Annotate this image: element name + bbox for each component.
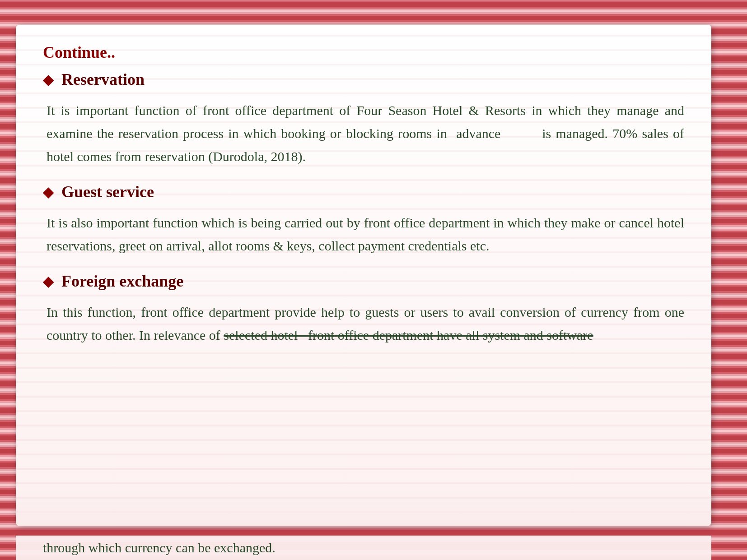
- bottom-continuation-text: through which currency can be exchanged.: [16, 536, 711, 560]
- strikethrough-text: selected hotel front office department h…: [224, 328, 593, 342]
- foreign-exchange-text: In this function, front office departmen…: [47, 301, 684, 347]
- diamond-icon-foreign-exchange: ◆: [43, 273, 53, 289]
- foreign-exchange-heading: ◆ Foreign exchange: [43, 272, 684, 291]
- guest-service-text: It is also important function which is b…: [47, 211, 684, 257]
- diamond-icon-guest-service: ◆: [43, 184, 53, 200]
- reservation-text: It is important function of front office…: [47, 99, 684, 168]
- page-title: Continue..: [43, 43, 684, 62]
- reservation-heading: ◆ Reservation: [43, 70, 684, 89]
- reservation-body: It is important function of front office…: [47, 99, 684, 168]
- guest-service-label: Guest service: [61, 182, 154, 201]
- foreign-exchange-body: In this function, front office departmen…: [47, 301, 684, 347]
- diamond-icon-reservation: ◆: [43, 72, 53, 88]
- bottom-fade: [16, 490, 711, 526]
- guest-service-body: It is also important function which is b…: [47, 211, 684, 257]
- reservation-label: Reservation: [61, 70, 145, 89]
- bottom-text-content: through which currency can be exchanged.: [43, 540, 275, 555]
- foreign-exchange-label: Foreign exchange: [61, 272, 183, 291]
- guest-service-heading: ◆ Guest service: [43, 182, 684, 201]
- content-area: Continue.. ◆ Reservation It is important…: [43, 43, 684, 347]
- main-card: Continue.. ◆ Reservation It is important…: [16, 25, 711, 526]
